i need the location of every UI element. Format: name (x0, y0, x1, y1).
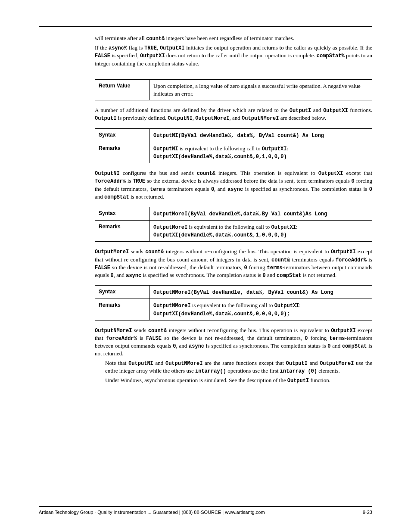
text: is (137, 335, 146, 341)
code: OutputI (95, 115, 116, 121)
text: flag is (127, 44, 144, 51)
text: forcing (308, 335, 329, 341)
text: sends (132, 327, 148, 333)
syntax-code: OutputMoreI(ByVal devHandle%,data%,By Va… (153, 211, 327, 217)
text: and (153, 360, 165, 366)
code: compStat% (317, 53, 345, 59)
text: terminators equals (290, 256, 336, 263)
code: 0 (369, 187, 372, 193)
code: OutputXI (262, 146, 287, 152)
code: FALSE (95, 265, 110, 271)
text: Under Windows, asynchronous operation is… (105, 377, 287, 383)
para-outputmorei: OutputMoreI sends count& integers withou… (95, 248, 372, 279)
code: OutputXI (271, 224, 296, 230)
code: 0 (244, 265, 247, 271)
remarks-cell: OutputNMoreI is equivalent to the follow… (150, 299, 372, 320)
code: 0 (211, 187, 214, 193)
code: OutputNMoreI (165, 361, 202, 367)
top-rule (39, 26, 372, 27)
outputni-table: Syntax OutputNI(ByVal devHandle%, data%,… (95, 128, 372, 164)
text: operations use the first (226, 367, 280, 374)
remarks-label: Remarks (95, 142, 150, 163)
code: OutputXI (274, 303, 299, 309)
code: OutputNI (128, 361, 153, 367)
text: If the (95, 44, 109, 51)
code: intarray() (195, 368, 226, 374)
code: async (227, 187, 243, 193)
text: and (331, 342, 342, 349)
code: count& (148, 328, 167, 334)
syntax-label: Syntax (95, 128, 150, 142)
text: , and (214, 186, 227, 192)
text: so the external device is always address… (145, 177, 352, 184)
text: initiates the output operation and retur… (185, 44, 373, 51)
text: is not returned. (129, 193, 165, 200)
text: : (296, 224, 298, 230)
text: are described below. (279, 115, 327, 121)
text: functions. (348, 107, 372, 113)
code: async% (109, 45, 127, 51)
text: integers have been sent regardless of te… (165, 35, 294, 41)
text: sends (129, 248, 145, 255)
page: will terminate after all count& integers… (0, 0, 411, 532)
code: OutputNI (168, 115, 193, 121)
text: so the device is not re-addressed, the d… (162, 335, 305, 341)
code: OutputNMoreI (95, 328, 132, 334)
text: is previously defined. (116, 115, 168, 121)
text: Note that (105, 360, 128, 366)
code: OutputXI (323, 108, 348, 114)
text: is not returned. (302, 272, 337, 278)
text: function. (309, 377, 330, 383)
text: : (286, 145, 288, 152)
para-final: Under Windows, asynchronous operation is… (105, 376, 372, 384)
text: and (95, 193, 104, 200)
text: are the same functions except that (202, 360, 286, 366)
text: forcing (247, 264, 267, 271)
syntax-label: Syntax (95, 207, 150, 220)
code: count& (271, 257, 290, 263)
code: forceAddr% (336, 257, 367, 263)
code: OutputXI (318, 171, 343, 177)
code: 0 (327, 343, 330, 349)
code: OutputNI (153, 146, 178, 152)
text: , and (176, 342, 189, 349)
text: except that (343, 170, 372, 176)
text: will terminate after all (95, 35, 146, 41)
code: OutputI (286, 361, 308, 367)
code: OutputNMoreI (242, 115, 279, 121)
code: OutputXI(devHandle%,data%,count&,0,0,0,0… (153, 311, 290, 317)
text: is specified, (110, 52, 140, 59)
footer-left: Artisan Technology Group - Quality Instr… (39, 510, 265, 515)
return-value-table: Return Value Upon completion, a long val… (95, 79, 372, 100)
code: OutputNMoreI (153, 303, 190, 309)
code-count: count& (146, 36, 165, 42)
code: FALSE (95, 53, 110, 59)
text: elements. (317, 367, 340, 374)
para-async: If the async% flag is TRUE, OutputXI ini… (95, 44, 372, 67)
code: compStat (342, 343, 367, 349)
code: FALSE (146, 336, 162, 342)
text: is specified as synchronous. The complet… (243, 186, 369, 192)
text: is specified as synchronous. The complet… (204, 342, 327, 349)
text: A number of additional functions are def… (95, 107, 290, 113)
footer: Artisan Technology Group - Quality Instr… (39, 506, 372, 515)
outputmorei-table: Syntax OutputMoreI(ByVal devHandle%,data… (95, 207, 372, 242)
text: : (299, 302, 301, 308)
code: OutputMoreI (320, 361, 354, 367)
code: forceAddr% (106, 336, 137, 342)
code: OutputXI (331, 328, 356, 334)
code: compStat (104, 194, 129, 200)
code: count& (145, 249, 164, 255)
code: terms (267, 265, 282, 271)
code: intarray (0) (280, 368, 317, 374)
code: OutputMoreI (95, 249, 129, 255)
para-intro: will terminate after all count& integers… (95, 34, 372, 42)
text: , and (114, 272, 126, 278)
code: forceAddr% (95, 178, 126, 184)
text: is (126, 177, 133, 184)
code: 0 (110, 273, 113, 279)
syntax-code: OutputNMoreI(ByVal devHandle, data%, ByV… (153, 289, 333, 296)
code: compStat (277, 273, 302, 279)
code: OutputXI (331, 249, 356, 255)
code: OutputMoreI (153, 224, 187, 230)
